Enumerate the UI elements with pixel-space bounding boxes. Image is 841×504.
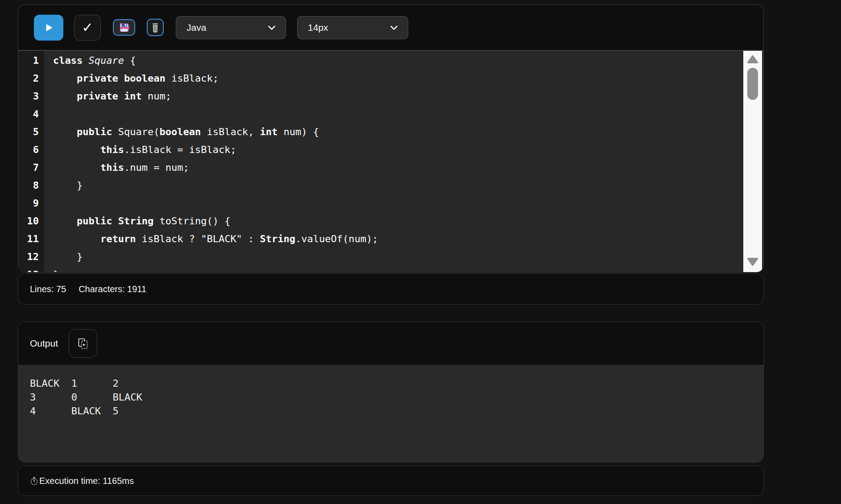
code-line: 3 private int num; [18, 87, 763, 105]
line-number: 3 [18, 87, 44, 105]
code-line: 4 [18, 105, 763, 123]
language-select[interactable]: Java [176, 16, 286, 39]
font-size-select-value: 14px [308, 22, 328, 33]
code-editor[interactable]: 1class Square {2 private boolean isBlack… [18, 50, 763, 272]
code-text: public Square(boolean isBlack, int num) … [44, 123, 319, 141]
line-number: 1 [18, 52, 44, 70]
stopwatch-icon [29, 476, 39, 486]
line-number: 9 [18, 194, 44, 212]
save-button[interactable] [113, 19, 135, 36]
output-body: BLACK 1 2 3 0 BLACK 4 BLACK 5 [18, 365, 763, 463]
scrollbar-thumb[interactable] [747, 68, 758, 100]
output-header: Output [18, 322, 763, 365]
code-text: private int num; [44, 87, 171, 105]
check-icon: ✓ [82, 21, 93, 34]
line-number: 7 [18, 159, 44, 177]
line-number: 5 [18, 123, 44, 141]
code-line: 13} [18, 266, 763, 272]
code-runner-app: ✓ [0, 0, 841, 504]
code-line: 5 public Square(boolean isBlack, int num… [18, 123, 763, 141]
output-panel: Output BLACK 1 2 3 0 BLACK 4 BLACK 5 [18, 322, 764, 463]
editor-card: ✓ [18, 4, 764, 273]
code-text: } [44, 248, 83, 266]
line-number: 13 [18, 266, 44, 272]
code-text: this.num = num; [44, 159, 189, 177]
copy-icon [77, 337, 89, 350]
code-text: return isBlack ? "BLACK" : String.valueO… [44, 230, 378, 248]
play-icon [43, 22, 54, 33]
output-title: Output [30, 338, 58, 349]
code-line: 8 } [18, 177, 763, 194]
editor-status-bar: Lines: 75 Characters: 1911 [18, 273, 764, 305]
line-number: 10 [18, 212, 44, 230]
code-line: 1class Square { [18, 52, 763, 70]
code-text: public String toString() { [44, 212, 230, 230]
check-syntax-button[interactable]: ✓ [74, 15, 101, 41]
run-button[interactable] [34, 15, 63, 41]
code-line: 11 return isBlack ? "BLACK" : String.val… [18, 230, 763, 248]
code-text: this.isBlack = isBlack; [44, 141, 236, 159]
toolbar: ✓ [18, 5, 763, 50]
delete-button[interactable] [147, 19, 164, 36]
font-size-select[interactable]: 14px [297, 16, 408, 39]
code-text: } [44, 266, 59, 272]
scrollbar-up-arrow-icon[interactable] [746, 54, 759, 66]
code-text: private boolean isBlack; [44, 70, 219, 87]
editor-scrollbar[interactable] [743, 51, 762, 272]
line-number: 2 [18, 70, 44, 87]
code-line: 2 private boolean isBlack; [18, 70, 763, 87]
output-text: BLACK 1 2 3 0 BLACK 4 BLACK 5 [30, 376, 763, 418]
line-number: 6 [18, 141, 44, 159]
code-text [44, 194, 53, 212]
floppy-disk-icon [119, 22, 130, 33]
characters-count: Characters: 1911 [79, 284, 146, 294]
code-lines: 1class Square {2 private boolean isBlack… [18, 52, 763, 272]
scrollbar-down-arrow-icon[interactable] [746, 257, 759, 269]
code-line: 7 this.num = num; [18, 159, 763, 177]
copy-output-button[interactable] [69, 329, 97, 358]
line-number: 11 [18, 230, 44, 248]
line-number: 8 [18, 177, 44, 194]
execution-time-text: Execution time: 1165ms [39, 476, 134, 486]
code-line: 10 public String toString() { [18, 212, 763, 230]
chevron-down-icon [389, 23, 399, 33]
line-number: 4 [18, 105, 44, 123]
code-line: 6 this.isBlack = isBlack; [18, 141, 763, 159]
line-number: 12 [18, 248, 44, 266]
chevron-down-icon [267, 23, 277, 33]
trash-icon [150, 22, 160, 33]
lines-count: Lines: 75 [30, 284, 66, 294]
language-select-value: Java [186, 22, 206, 33]
code-text [44, 105, 53, 123]
code-line: 12 } [18, 248, 763, 266]
execution-time-bar: Execution time: 1165ms [18, 466, 764, 496]
code-text: } [44, 177, 83, 194]
code-text: class Square { [44, 52, 136, 70]
code-line: 9 [18, 194, 763, 212]
